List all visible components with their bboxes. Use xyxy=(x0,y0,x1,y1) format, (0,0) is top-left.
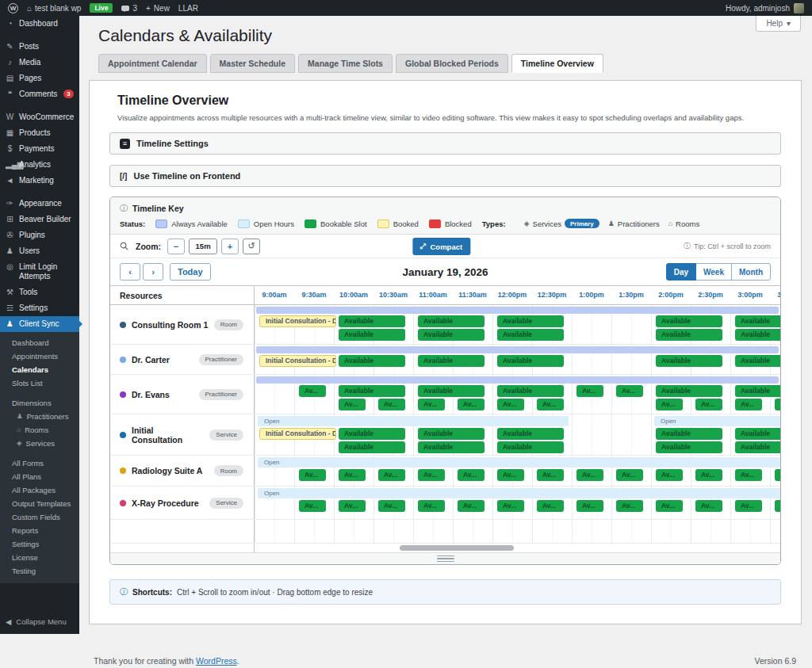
slot-available[interactable]: Av... xyxy=(497,399,524,410)
sidebar-item-plugins[interactable]: ✇Plugins xyxy=(0,227,79,243)
slot-available[interactable]: Av... xyxy=(616,469,643,481)
slot-booked[interactable]: Initial Consultation - D... xyxy=(259,315,336,327)
slot-booked[interactable]: Initial Consultation - D... xyxy=(259,428,336,440)
slot-available[interactable]: Av... xyxy=(299,385,326,397)
slot-available[interactable]: Av... xyxy=(378,500,405,512)
slot-available[interactable]: Available xyxy=(656,355,722,367)
slot-available[interactable]: Av... xyxy=(656,500,683,512)
slot-available[interactable]: Av... xyxy=(695,500,722,512)
slot-available[interactable]: Av... xyxy=(497,469,524,481)
sidebar-item-client-sync[interactable]: ♟Client Sync xyxy=(0,316,79,332)
slot-available[interactable]: Av... xyxy=(418,469,445,481)
slot-available[interactable]: Av... xyxy=(378,399,405,410)
zoom-reset-button[interactable]: ↺ xyxy=(243,239,260,254)
slot-available[interactable]: Av... xyxy=(458,399,485,410)
submenu-item-calendars[interactable]: Calendars xyxy=(0,363,79,376)
h-scrollbar[interactable] xyxy=(255,544,780,552)
slot-available[interactable]: Av... xyxy=(656,399,683,410)
sidebar-item-comments[interactable]: ❝Comments3 xyxy=(0,86,79,102)
slot-available[interactable]: Av... xyxy=(418,500,445,512)
view-month-button[interactable]: Month xyxy=(731,263,771,281)
slot-booked[interactable]: Initial Consultation - D... xyxy=(259,355,336,367)
slot-available[interactable]: Available xyxy=(497,441,564,453)
slot-available[interactable]: Av... xyxy=(616,500,643,512)
slot-available[interactable]: Av... xyxy=(418,399,445,410)
slot-available[interactable]: Av... xyxy=(775,469,780,481)
slot-available[interactable]: Available xyxy=(339,315,405,327)
prev-button[interactable]: ‹ xyxy=(120,263,140,281)
slot-available[interactable]: Available xyxy=(418,441,485,453)
today-button[interactable]: Today xyxy=(170,263,211,281)
sidebar-item-users[interactable]: ♟Users xyxy=(0,243,79,259)
compact-button[interactable]: ⤢ Compact xyxy=(412,238,470,255)
slot-available[interactable]: Av... xyxy=(616,385,643,397)
tab-master-schedule[interactable]: Master Schedule xyxy=(210,54,295,73)
slot-available[interactable]: Available xyxy=(656,428,722,440)
slot-available[interactable]: Available xyxy=(735,385,780,397)
howdy-text[interactable]: Howdy, adminjosh xyxy=(726,4,790,13)
wordpress-logo-icon[interactable]: W xyxy=(8,3,18,13)
slot-available[interactable]: Available xyxy=(418,355,485,367)
collapse-menu[interactable]: ◀ Collapse Menu xyxy=(0,613,79,634)
slot-available[interactable]: Av... xyxy=(695,399,722,410)
wordpress-link[interactable]: WordPress xyxy=(196,656,237,666)
slot-available[interactable]: Available xyxy=(339,355,405,367)
sidebar-item-posts[interactable]: ✎Posts xyxy=(0,39,79,55)
slot-available[interactable]: Available xyxy=(418,428,485,440)
sidebar-item-beaver-builder[interactable]: ⊞Beaver Builder xyxy=(0,212,79,227)
sidebar-item-settings[interactable]: ☲Settings xyxy=(0,300,79,316)
timeline-settings-toggle[interactable]: ≡ Timeline Settings xyxy=(109,132,781,155)
sidebar-item-payments[interactable]: $Payments xyxy=(0,141,79,157)
slot-available[interactable]: Available xyxy=(656,441,722,453)
sidebar-item-woocommerce[interactable]: WWooCommerce xyxy=(0,109,79,125)
slot-available[interactable]: Available xyxy=(735,441,780,453)
slot-available[interactable]: Available xyxy=(735,428,780,440)
slot-available[interactable]: Av... xyxy=(497,500,524,512)
slot-available[interactable]: Available xyxy=(339,329,405,341)
slot-available[interactable]: Av... xyxy=(695,469,722,481)
slot-available[interactable]: Available xyxy=(735,355,780,367)
llar-link[interactable]: LLAR xyxy=(178,4,198,13)
slot-available[interactable]: Available xyxy=(656,315,722,327)
sidebar-item-appearance[interactable]: ✑Appearance xyxy=(0,196,79,212)
slot-available[interactable]: Available xyxy=(339,428,405,440)
submenu-item-all-forms[interactable]: All Forms xyxy=(0,456,79,470)
slot-available[interactable]: Available xyxy=(418,315,485,327)
sidebar-item-media[interactable]: ♪Media xyxy=(0,55,79,71)
submenu-item-settings[interactable]: Settings xyxy=(0,537,79,551)
slot-available[interactable]: Av... xyxy=(537,500,564,512)
slot-available[interactable]: Av... xyxy=(299,469,326,481)
sidebar-item-pages[interactable]: ▤Pages xyxy=(0,71,79,86)
submenu-item-reports[interactable]: Reports xyxy=(0,524,79,537)
sidebar-item-marketing[interactable]: ◄Marketing xyxy=(0,173,79,189)
slot-available[interactable]: Av... xyxy=(576,469,603,481)
slot-available[interactable]: Av... xyxy=(576,500,603,512)
submenu-item-dimensions[interactable]: Dimensions xyxy=(0,396,79,410)
zoom-in-button[interactable]: + xyxy=(221,239,239,254)
sidebar-item-tools[interactable]: ⚒Tools xyxy=(0,284,79,300)
submenu-item-license[interactable]: License xyxy=(0,551,79,564)
sidebar-item-products[interactable]: ▦Products xyxy=(0,125,79,141)
scrollbar-thumb[interactable] xyxy=(400,545,514,551)
slot-available[interactable]: Av... xyxy=(299,500,326,512)
new-button[interactable]: + New xyxy=(146,4,170,13)
slot-available[interactable]: Available xyxy=(735,315,780,327)
slot-available[interactable]: Available xyxy=(497,355,564,367)
slot-available[interactable]: Available xyxy=(497,385,564,397)
sidebar-item-analytics[interactable]: ▂▄▆Analytics xyxy=(0,157,79,173)
view-day-button[interactable]: Day xyxy=(666,263,696,281)
slot-available[interactable]: Av... xyxy=(537,399,564,410)
slot-available[interactable]: Av... xyxy=(576,385,603,397)
slot-available[interactable]: Av... xyxy=(775,399,780,410)
submenu-item-output-templates[interactable]: Output Templates xyxy=(0,497,79,510)
resize-handle[interactable] xyxy=(437,555,454,563)
slot-available[interactable]: Available xyxy=(418,385,485,397)
slot-available[interactable]: Available xyxy=(497,329,564,341)
admin-comments-link[interactable]: 3 xyxy=(121,4,137,13)
tab-timeline-overview[interactable]: Timeline Overview xyxy=(511,54,603,73)
slot-available[interactable]: Av... xyxy=(735,469,762,481)
slot-available[interactable]: Available xyxy=(497,428,564,440)
slot-available[interactable]: Available xyxy=(418,329,485,341)
slot-available[interactable]: Av... xyxy=(339,500,366,512)
submenu-item-testing[interactable]: Testing xyxy=(0,564,79,578)
